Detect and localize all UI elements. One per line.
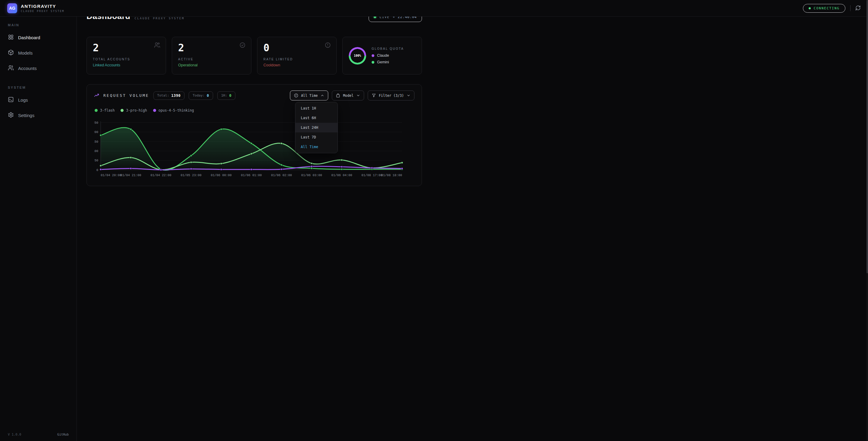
chevron-down-icon [407,93,410,97]
alert-circle-icon [324,42,331,50]
legend-label: 3-pro-high [126,108,147,113]
stat-label: Total: [157,93,169,97]
legend-dot-icon [153,109,156,112]
claude-dot-icon [372,54,374,57]
quota-item-claude: Claude [372,53,404,58]
chevron-up-icon [320,93,324,97]
gemini-dot-icon [372,61,374,64]
svg-text:01/06 00:00: 01/06 00:00 [211,173,231,177]
chart-legend: 3-flash3-pro-highopus-4-5-thinking [94,108,414,113]
quota-item-label: Claude [377,53,389,58]
card-sublabel: Cooldown [264,63,330,67]
clock-icon [294,93,299,98]
sidebar-item-label: Settings [18,113,34,118]
quota-label: GLOBAL QUOTA [372,47,404,50]
stat-1h: 1H: 0 [217,91,236,100]
sidebar-item-label: Logs [18,97,28,102]
stat-label: Today: [193,93,205,97]
svg-text:01/06 02:00: 01/06 02:00 [271,173,292,177]
sidebar-section-system: SYSTEM [5,86,72,89]
sidebar-item-models[interactable]: Models [5,46,72,60]
card-sublabel: Operational [178,63,245,67]
svg-text:0: 0 [96,168,98,172]
svg-text:50: 50 [94,159,98,162]
svg-text:01/06 04:00: 01/06 04:00 [331,173,352,177]
request-volume-panel: REQUEST VOLUME Total: 1390 Today: 0 1H: … [87,84,422,186]
legend-item: 3-flash [95,108,115,113]
model-filter-label: Model [343,93,353,98]
app-logo: AG [7,3,17,13]
box-icon [336,93,340,98]
svg-text:01/08 17:00: 01/08 17:00 [361,173,382,177]
legend-label: opus-4-5-thinking [158,108,194,113]
svg-text:01/06 01:00: 01/06 01:00 [241,173,261,177]
card-value: 0 [264,43,330,53]
legend-item: 3-pro-high [121,108,147,113]
users-icon [8,65,14,72]
legend-label: 3-flash [100,108,115,113]
quota-item-label: Gemini [377,60,389,64]
brand: ANTIGRAVITY CLAUDE PROXY SYSTEM [21,4,64,13]
dropdown-item[interactable]: All Time [296,142,338,152]
quota-ring: 100% [349,47,366,64]
stat-total: Total: 1390 [153,91,185,100]
check-circle-icon [239,42,246,50]
svg-text:250: 250 [94,121,98,124]
svg-text:01/04 22:00: 01/04 22:00 [150,173,171,177]
sidebar: MAIN Dashboard Models Accounts SYSTEM Lo… [0,17,77,220]
card-label: RATE LIMITED [264,58,330,61]
svg-text:01/04 20:00: 01/04 20:00 [101,173,121,177]
svg-text:150: 150 [94,140,98,144]
card-label: ACTIVE [178,58,245,61]
quota-item-gemini: Gemini [372,60,404,64]
dropdown-item[interactable]: Last 24H [296,123,338,133]
sidebar-item-accounts[interactable]: Accounts [5,61,72,76]
app-header: AG ANTIGRAVITY CLAUDE PROXY SYSTEM CONNE… [0,0,434,17]
sidebar-item-label: Models [18,50,33,56]
card-global-quota: 100% GLOBAL QUOTA Claude Gemini [342,37,422,75]
users-icon [154,42,160,50]
dropdown-item[interactable]: Last 6H [296,113,338,123]
filter-label: Filter (3/3) [379,93,404,98]
stat-value: 0 [207,93,209,98]
card-total-accounts: 2 TOTAL ACCOUNTS Linked Accounts [87,37,166,75]
app-subtitle: CLAUDE PROXY SYSTEM [21,10,64,13]
time-range-dropdown: Last 1HLast 6HLast 24HLast 7DAll Time [295,102,338,153]
card-label: TOTAL ACCOUNTS [93,58,160,61]
sidebar-item-settings[interactable]: Settings [5,108,72,122]
card-value: 2 [178,43,245,53]
funnel-icon [372,93,376,98]
svg-text:01/04 21:00: 01/04 21:00 [120,173,141,177]
panel-title: REQUEST VOLUME [103,93,149,98]
gear-icon [8,112,14,119]
card-rate-limited: 0 RATE LIMITED Cooldown [257,37,337,75]
stat-value: 0 [229,93,232,98]
request-volume-chart: 05010015020025001/04 20:0001/04 21:0001/… [94,119,415,178]
chevron-down-icon [356,93,360,97]
sidebar-item-label: Dashboard [18,35,40,40]
svg-text:200: 200 [94,130,98,134]
stat-value: 1390 [171,93,181,98]
stat-today: Today: 0 [189,91,213,100]
sidebar-item-label: Accounts [18,66,37,71]
sidebar-section-main: MAIN [5,23,72,27]
main-content: Dashboard CLAUDE PROXY SYSTEM LIVE 22:46… [77,0,434,186]
card-sublabel: Linked Accounts [93,63,160,67]
stat-label: 1H: [221,93,227,97]
time-range-button[interactable]: All Time [290,90,328,100]
card-active: 2 ACTIVE Operational [172,37,251,75]
svg-text:01/05 23:00: 01/05 23:00 [181,173,201,177]
dropdown-item[interactable]: Last 7D [296,133,338,142]
cube-icon [8,50,14,56]
terminal-icon [8,96,14,104]
legend-dot-icon [95,109,98,112]
sidebar-item-dashboard[interactable]: Dashboard [5,30,72,45]
model-filter-button[interactable]: Model [332,90,364,100]
dropdown-item[interactable]: Last 1H [296,104,338,113]
card-value: 2 [93,43,160,53]
sidebar-item-logs[interactable]: Logs [5,93,72,107]
grid-icon [8,34,14,41]
quota-percent: 100% [349,47,366,64]
app-title: ANTIGRAVITY [21,4,64,9]
filter-button[interactable]: Filter (3/3) [368,90,414,100]
